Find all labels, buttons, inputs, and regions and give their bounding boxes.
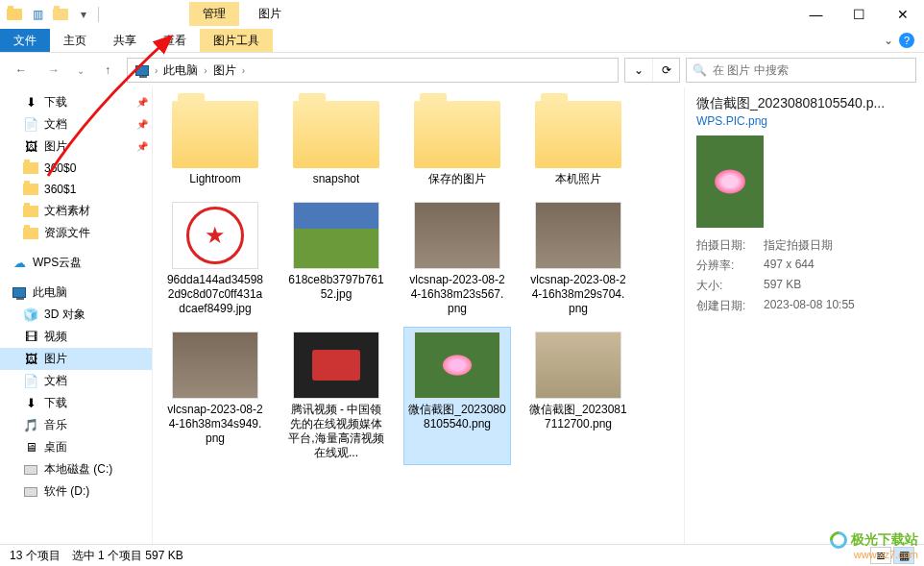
nav-pc-item[interactable]: 🎵音乐 bbox=[0, 414, 152, 436]
nav-pc-item[interactable]: 🖥桌面 bbox=[0, 436, 152, 458]
file-label: 96dda144ad345982d9c8d07c0ff431adcaef8499… bbox=[166, 273, 264, 316]
navigation-pane[interactable]: ⬇下载📌📄文档📌🖼图片📌360$0360$1文档素材资源文件 ☁ WPS云盘 此… bbox=[0, 87, 152, 544]
details-pane: 微信截图_20230808105540.p... WPS.PIC.png 拍摄日… bbox=[684, 87, 924, 544]
file-item[interactable]: vlcsnap-2023-08-24-16h38m23s567.png bbox=[404, 198, 510, 320]
details-row: 大小:597 KB bbox=[696, 278, 912, 294]
title-bar: ▥ ▾ 管理 图片 — ☐ ✕ bbox=[0, 0, 924, 29]
nav-label: WPS云盘 bbox=[33, 255, 82, 271]
file-item[interactable]: 微信截图_20230808105540.png bbox=[404, 328, 510, 464]
nav-quick-item[interactable]: 📄文档📌 bbox=[0, 113, 152, 135]
nav-quick-item[interactable]: 文档素材 bbox=[0, 200, 152, 222]
forward-button[interactable]: → bbox=[40, 57, 67, 84]
details-properties: 拍摄日期:指定拍摄日期分辨率:497 x 644大小:597 KB创建日期:20… bbox=[696, 237, 912, 314]
content-pane[interactable]: Lightroomsnapshot保存的图片本机照片★96dda144ad345… bbox=[152, 87, 684, 544]
nav-wps-cloud[interactable]: ☁ WPS云盘 bbox=[0, 252, 152, 274]
maximize-button[interactable]: ☐ bbox=[838, 0, 881, 29]
qat-properties-icon[interactable]: ▥ bbox=[27, 4, 48, 25]
folder-item[interactable]: snapshot bbox=[283, 97, 389, 190]
ribbon-tab-home[interactable]: 主页 bbox=[50, 29, 100, 52]
nav-label: 图片 bbox=[44, 351, 67, 367]
file-item[interactable]: ★96dda144ad345982d9c8d07c0ff431adcaef849… bbox=[162, 198, 268, 320]
breadcrumb[interactable]: › 此电脑 › 图片 › bbox=[127, 58, 619, 83]
up-button[interactable]: ↑ bbox=[94, 57, 121, 84]
nav-pc-item[interactable]: 🖼图片 bbox=[0, 348, 152, 370]
file-item[interactable]: 微信截图_20230817112700.png bbox=[525, 328, 631, 464]
nav-pc-item[interactable]: 本地磁盘 (C:) bbox=[0, 458, 152, 480]
prop-value[interactable]: 597 KB bbox=[764, 278, 801, 294]
prop-value[interactable]: 497 x 644 bbox=[764, 258, 815, 274]
folder-icon bbox=[23, 182, 38, 197]
thumbnail bbox=[293, 202, 379, 269]
ribbon-tab-share[interactable]: 共享 bbox=[100, 29, 150, 52]
search-box[interactable]: 🔍 bbox=[686, 58, 916, 83]
nav-pc-item[interactable]: 🧊3D 对象 bbox=[0, 304, 152, 326]
details-row: 分辨率:497 x 644 bbox=[696, 258, 912, 274]
breadcrumb-pc-icon[interactable] bbox=[132, 63, 153, 78]
view-details-button[interactable]: ≣ bbox=[870, 547, 891, 564]
back-button[interactable]: ← bbox=[8, 57, 35, 84]
chevron-right-icon[interactable]: › bbox=[204, 65, 207, 76]
search-input[interactable] bbox=[713, 63, 910, 77]
ribbon: 文件 主页 共享 查看 图片工具 ⌄ ? bbox=[0, 29, 924, 53]
thumbnail bbox=[414, 332, 500, 399]
minimize-button[interactable]: — bbox=[794, 0, 838, 29]
status-selection: 选中 1 个项目 597 KB bbox=[72, 548, 183, 564]
close-button[interactable]: ✕ bbox=[881, 0, 924, 29]
item-icon: 🖥 bbox=[23, 440, 38, 455]
file-label: Lightroom bbox=[189, 172, 240, 186]
nav-quick-item[interactable]: 360$0 bbox=[0, 158, 152, 179]
nav-label: 视频 bbox=[44, 329, 67, 345]
prop-value[interactable]: 2023-08-08 10:55 bbox=[764, 298, 855, 314]
address-dropdown-button[interactable]: ⌄ bbox=[625, 59, 652, 82]
qat-newfolder-icon[interactable] bbox=[50, 4, 71, 25]
file-item[interactable]: 腾讯视频 - 中国领先的在线视频媒体平台,海量高清视频在线观... bbox=[283, 328, 389, 464]
thumbnail bbox=[414, 202, 500, 269]
nav-quick-item[interactable]: 资源文件 bbox=[0, 222, 152, 244]
status-item-count: 13 个项目 bbox=[10, 548, 61, 564]
folder-item[interactable]: 保存的图片 bbox=[404, 97, 510, 190]
nav-pc-item[interactable]: 📄文档 bbox=[0, 370, 152, 392]
thumbnail bbox=[414, 101, 500, 168]
file-item[interactable]: vlcsnap-2023-08-24-16h38m34s949.png bbox=[162, 328, 268, 464]
chevron-right-icon[interactable]: › bbox=[155, 65, 158, 76]
explorer-icon[interactable] bbox=[4, 4, 25, 25]
breadcrumb-seg-pictures[interactable]: 图片 bbox=[209, 61, 240, 81]
refresh-button[interactable]: ⟳ bbox=[652, 59, 679, 82]
folder-item[interactable]: Lightroom bbox=[162, 97, 268, 190]
prop-key: 创建日期: bbox=[696, 298, 754, 314]
view-thumbnails-button[interactable]: ▦ bbox=[893, 547, 914, 564]
ribbon-tab-file[interactable]: 文件 bbox=[0, 29, 50, 52]
cloud-icon: ☁ bbox=[12, 256, 27, 271]
nav-quick-item[interactable]: 360$1 bbox=[0, 179, 152, 200]
file-item[interactable]: vlcsnap-2023-08-24-16h38m29s704.png bbox=[525, 198, 631, 320]
folder-icon bbox=[23, 160, 38, 176]
chevron-right-icon[interactable]: › bbox=[242, 65, 245, 76]
ribbon-tab-picture-tools[interactable]: 图片工具 bbox=[200, 29, 273, 52]
prop-value[interactable]: 指定拍摄日期 bbox=[764, 237, 833, 254]
prop-key: 大小: bbox=[696, 278, 754, 294]
nav-quick-item[interactable]: ⬇下载📌 bbox=[0, 91, 152, 113]
folder-item[interactable]: 本机照片 bbox=[525, 97, 631, 190]
ribbon-tab-view[interactable]: 查看 bbox=[150, 29, 200, 52]
nav-pc-item[interactable]: 🎞视频 bbox=[0, 326, 152, 348]
nav-pc-item[interactable]: 软件 (D:) bbox=[0, 480, 152, 503]
thumbnail bbox=[535, 101, 621, 168]
address-actions: ⌄ ⟳ bbox=[624, 58, 680, 83]
prop-key: 拍摄日期: bbox=[696, 237, 754, 254]
recent-locations-button[interactable]: ⌄ bbox=[73, 57, 88, 84]
nav-pc-item[interactable]: ⬇下载 bbox=[0, 392, 152, 414]
details-filetype: WPS.PIC.png bbox=[696, 114, 912, 128]
help-icon[interactable]: ? bbox=[899, 33, 914, 48]
item-icon: 🎞 bbox=[23, 330, 38, 345]
ribbon-expand-icon[interactable]: ⌄ bbox=[884, 34, 893, 47]
nav-label: 资源文件 bbox=[44, 225, 90, 241]
file-item[interactable]: 618ce8b3797b76152.jpg bbox=[283, 198, 389, 320]
breadcrumb-seg-thispc[interactable]: 此电脑 bbox=[159, 61, 202, 81]
folder-icon: 🖼 bbox=[23, 139, 38, 155]
nav-quick-item[interactable]: 🖼图片📌 bbox=[0, 135, 152, 158]
qat-customize-icon[interactable]: ▾ bbox=[73, 4, 94, 25]
folder-icon: 📄 bbox=[23, 117, 38, 133]
nav-label: 文档 bbox=[44, 373, 67, 389]
status-bar: 13 个项目 选中 1 个项目 597 KB ≣ ▦ bbox=[0, 544, 924, 566]
nav-this-pc[interactable]: 此电脑 bbox=[0, 282, 152, 304]
